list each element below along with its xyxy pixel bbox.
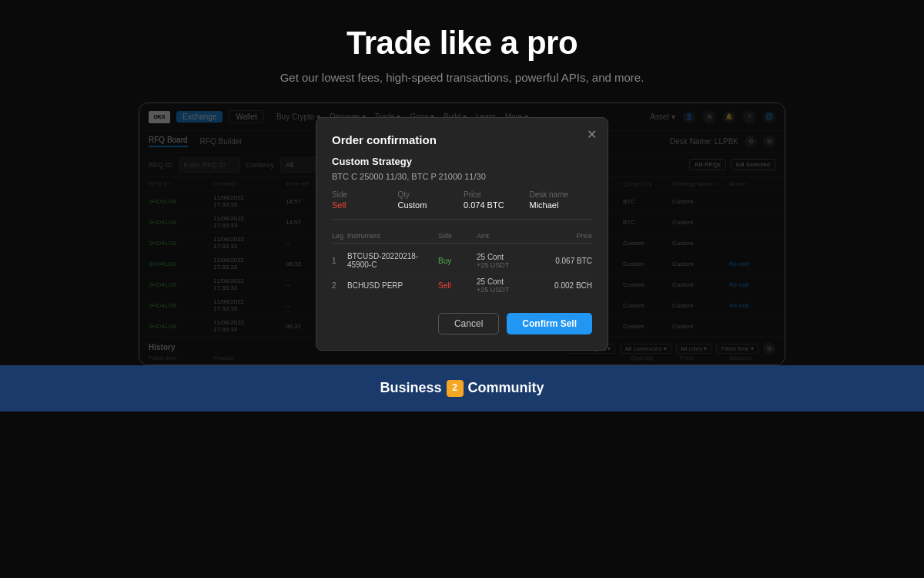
strategy-title: Custom Strategy — [332, 156, 592, 167]
price-value: 0.074 BTC — [464, 200, 527, 210]
footer-community-label: Community — [468, 379, 544, 397]
hero-section: Trade like a pro Get our lowest fees, hi… — [0, 0, 924, 102]
modal-info-row: Side Sell Qty Custom Price 0.074 BTC Des… — [332, 190, 592, 210]
leg-num: 2 — [332, 281, 347, 290]
leg-amt-sub: +25 USDT — [477, 261, 538, 269]
leg-side: Sell — [438, 281, 477, 290]
col-amt: Amt. — [477, 232, 538, 240]
leg-amt-group: 25 Cont +25 USDT — [477, 277, 538, 294]
legs-header: Leg Instrument Side Amt. Price — [332, 229, 592, 244]
desk-label: Desk name — [530, 190, 593, 199]
col-price: Price — [538, 232, 592, 240]
side-value: Sell — [332, 200, 395, 210]
hero-subtitle: Get our lowest fees, high-speed transact… — [0, 71, 924, 84]
col-instrument: Instrument — [347, 232, 438, 240]
leg-instrument: BCHUSD PERP — [347, 281, 438, 290]
cancel-button[interactable]: Cancel — [438, 313, 499, 334]
leg-row: 2 BCHUSD PERP Sell 25 Cont +25 USDT 0.00… — [332, 273, 592, 297]
leg-amt-sub: +25 USDT — [477, 286, 538, 294]
side-label: Side — [332, 190, 395, 199]
leg-instrument: BTCUSD-20220218-45900-C — [347, 252, 438, 269]
confirm-sell-button[interactable]: Confirm Sell — [507, 313, 592, 334]
footer: Business 2 Community — [0, 365, 924, 412]
order-confirmation-modal: Order confirmation ✕ Custom Strategy BTC… — [316, 117, 608, 351]
leg-side: Buy — [438, 257, 477, 265]
modal-divider — [332, 219, 592, 220]
modal-overlay: Order confirmation ✕ Custom Strategy BTC… — [139, 103, 785, 365]
leg-price: 0.002 BCH — [538, 281, 592, 290]
qty-label: Qty — [398, 190, 461, 199]
leg-amt: 25 Cont — [477, 277, 538, 286]
modal-close-button[interactable]: ✕ — [587, 129, 597, 141]
footer-brand: Business 2 Community — [380, 379, 544, 397]
desk-info: Desk name Michael — [530, 190, 593, 210]
col-side: Side — [438, 232, 477, 240]
hero-title: Trade like a pro — [0, 25, 924, 62]
price-label: Price — [464, 190, 527, 199]
leg-amt-group: 25 Cont +25 USDT — [477, 253, 538, 269]
footer-badge: 2 — [447, 380, 464, 397]
leg-price: 0.067 BTC — [538, 257, 592, 265]
leg-row: 1 BTCUSD-20220218-45900-C Buy 25 Cont +2… — [332, 248, 592, 273]
qty-info: Qty Custom — [398, 190, 461, 210]
side-info: Side Sell — [332, 190, 395, 210]
desk-value: Michael — [530, 200, 593, 210]
app-window: OKX Exchange Wallet Buy Crypto ▾ Discove… — [139, 102, 785, 365]
footer-business-label: Business — [380, 379, 441, 397]
col-leg: Leg — [332, 232, 347, 240]
strategy-desc: BTC C 25000 11/30, BTC P 21000 11/30 — [332, 172, 592, 181]
qty-value: Custom — [398, 200, 461, 210]
modal-buttons: Cancel Confirm Sell — [332, 313, 592, 334]
leg-amt: 25 Cont — [477, 253, 538, 261]
leg-num: 1 — [332, 257, 347, 265]
modal-title: Order confirmation — [332, 133, 592, 146]
price-info: Price 0.074 BTC — [464, 190, 527, 210]
